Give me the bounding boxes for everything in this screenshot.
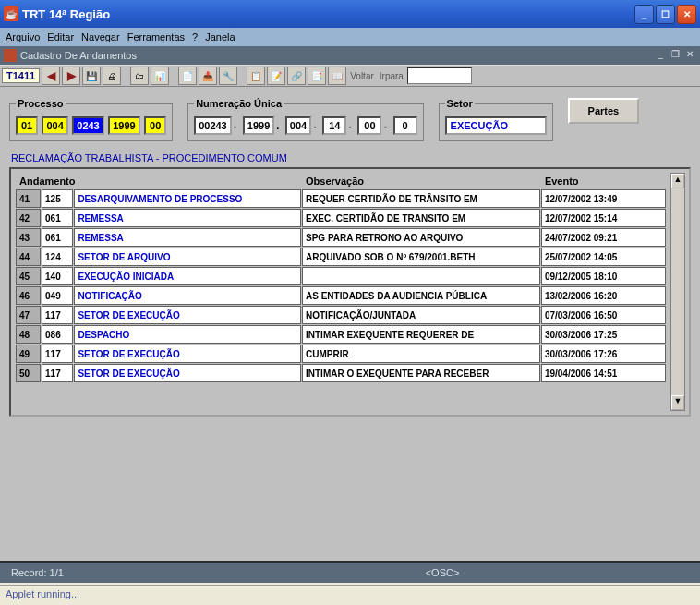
save-button[interactable]: 💾 [82, 67, 101, 85]
numeracao-part-3[interactable]: 14 [322, 116, 346, 135]
table-row[interactable]: 43061REMESSASPG PARA RETRONO AO ARQUIVO2… [16, 228, 666, 247]
row-desc[interactable]: SETOR DE EXECUÇÃO [74, 306, 301, 324]
row-obs[interactable]: REQUER CERTIDÃO DE TRÂNSITO EM [302, 189, 540, 208]
row-obs[interactable]: SPG PARA RETRONO AO ARQUIVO [302, 228, 540, 247]
row-desc[interactable]: EXECUÇÃO INICIADA [74, 267, 301, 285]
row-event[interactable]: 19/04/2006 14:51 [541, 364, 666, 382]
row-code[interactable]: 125 [42, 189, 73, 208]
row-desc[interactable]: NOTIFICAÇÃO [74, 286, 301, 305]
row-event[interactable]: 13/02/2006 16:20 [541, 286, 666, 305]
print-button[interactable]: 🖨 [103, 67, 121, 85]
row-obs[interactable]: INTIMAR O EXEQUENTE PARA RECEBER [302, 364, 540, 382]
row-obs[interactable]: CUMPRIR [302, 345, 540, 363]
next-record-button[interactable]: ▶ [62, 67, 80, 85]
grid-header-andamento[interactable]: Andamento [16, 174, 301, 188]
tool-button-9[interactable]: 📑 [308, 67, 326, 85]
grid-scrollbar[interactable]: ▲ ▼ [670, 173, 685, 411]
row-code[interactable]: 117 [42, 345, 73, 363]
menu-navegar[interactable]: Navegar [81, 31, 120, 42]
row-event[interactable]: 30/03/2006 17:25 [541, 325, 666, 344]
processo-part-0[interactable]: 01 [16, 116, 38, 135]
grid-header-observacao[interactable]: Observação [302, 174, 540, 188]
tool-button-10[interactable]: 📖 [328, 67, 346, 85]
close-button[interactable]: ✕ [677, 5, 696, 24]
processo-part-3[interactable]: 1999 [108, 116, 139, 135]
mdi-restore-button[interactable]: ❐ [669, 49, 682, 62]
numeracao-part-0[interactable]: 00243 [194, 116, 232, 135]
table-row[interactable]: 47117SETOR DE EXECUÇÃONOTIFICAÇÃO/JUNTAD… [16, 306, 666, 324]
row-obs[interactable]: EXEC. CERTIDÃO DE TRANSITO EM [302, 209, 540, 227]
row-code[interactable]: 049 [42, 286, 73, 305]
row-desc[interactable]: REMESSA [74, 209, 301, 227]
table-row[interactable]: 44124SETOR DE ARQUIVOARQUIVADO SOB O Nº … [16, 248, 666, 266]
menu-editar[interactable]: Editar [47, 31, 74, 42]
tool-button-1[interactable]: 🗂 [130, 67, 149, 85]
row-obs[interactable]: ARQUIVADO SOB O Nº 679/2001.BETH [302, 248, 540, 266]
partes-button[interactable]: Partes [568, 98, 640, 124]
numeracao-part-2[interactable]: 004 [285, 116, 311, 135]
tool-button-2[interactable]: 📊 [151, 67, 169, 85]
tool-button-3[interactable]: 📄 [178, 67, 197, 85]
maximize-button[interactable]: ☐ [656, 5, 675, 24]
irpara-input[interactable] [407, 67, 472, 84]
numeracao-part-1[interactable]: 1999 [243, 116, 274, 135]
mdi-minimize-button[interactable]: _ [654, 49, 667, 62]
row-obs[interactable] [302, 267, 540, 285]
menu-ajuda[interactable]: ? [192, 31, 198, 42]
row-event[interactable]: 09/12/2005 18:10 [541, 267, 666, 285]
menu-ferramentas[interactable]: Ferramentas [127, 31, 185, 42]
table-row[interactable]: 49117SETOR DE EXECUÇÃOCUMPRIR30/03/2006 … [16, 345, 666, 363]
table-row[interactable]: 48086DESPACHOINTIMAR EXEQUENTE REQUERER … [16, 325, 666, 344]
row-code[interactable]: 140 [42, 267, 73, 285]
row-event[interactable]: 12/07/2002 13:49 [541, 189, 666, 208]
row-code[interactable]: 117 [42, 364, 73, 382]
grid-header-evento[interactable]: Evento [541, 174, 666, 188]
tool-button-6[interactable]: 📋 [247, 67, 265, 85]
tool-button-4[interactable]: 📥 [199, 67, 217, 85]
form-tab-label[interactable]: T1411 [2, 68, 40, 83]
processo-part-4[interactable]: 00 [144, 116, 166, 135]
scroll-up-button[interactable]: ▲ [671, 174, 684, 188]
irpara-label[interactable]: Irpara [378, 71, 405, 81]
row-obs[interactable]: INTIMAR EXEQUENTE REQUERER DE [302, 325, 540, 344]
row-code[interactable]: 086 [42, 325, 73, 344]
row-code[interactable]: 124 [42, 248, 73, 266]
row-desc[interactable]: SETOR DE EXECUÇÃO [74, 345, 301, 363]
processo-part-1[interactable]: 004 [42, 116, 67, 135]
row-desc[interactable]: REMESSA [74, 228, 301, 247]
numeracao-part-5[interactable]: 0 [393, 116, 417, 135]
table-row[interactable]: 41125DESARQUIVAMENTO DE PROCESSOREQUER C… [16, 189, 666, 208]
tool-button-7[interactable]: 📝 [267, 67, 285, 85]
row-desc[interactable]: SETOR DE ARQUIVO [74, 248, 301, 266]
tool-button-5[interactable]: 🔧 [219, 67, 237, 85]
row-event[interactable]: 30/03/2006 17:26 [541, 345, 666, 363]
mdi-close-button[interactable]: ✕ [683, 49, 696, 62]
row-code[interactable]: 061 [42, 209, 73, 227]
row-code[interactable]: 061 [42, 228, 73, 247]
row-event[interactable]: 07/03/2006 16:50 [541, 306, 666, 324]
row-desc[interactable]: DESPACHO [74, 325, 301, 344]
prev-record-button[interactable]: ◀ [42, 67, 60, 85]
table-row[interactable]: 46049NOTIFICAÇÃOAS ENTIDADES DA AUDIENCI… [16, 286, 666, 305]
menu-janela[interactable]: Janela [205, 31, 235, 42]
row-desc[interactable]: SETOR DE EXECUÇÃO [74, 364, 301, 382]
row-event[interactable]: 12/07/2002 15:14 [541, 209, 666, 227]
mdi-icon [4, 49, 17, 62]
tool-button-8[interactable]: 🔗 [287, 67, 306, 85]
row-obs[interactable]: AS ENTIDADES DA AUDIENCIA PÚBLICA [302, 286, 540, 305]
scroll-down-button[interactable]: ▼ [671, 395, 684, 410]
row-code[interactable]: 117 [42, 306, 73, 324]
row-obs[interactable]: NOTIFICAÇÃO/JUNTADA [302, 306, 540, 324]
table-row[interactable]: 50117SETOR DE EXECUÇÃOINTIMAR O EXEQUENT… [16, 364, 666, 382]
row-event[interactable]: 24/07/2002 09:21 [541, 228, 666, 247]
table-row[interactable]: 45140EXECUÇÃO INICIADA09/12/2005 18:10 [16, 267, 666, 285]
minimize-button[interactable]: _ [634, 5, 654, 24]
voltar-label[interactable]: Voltar [348, 71, 376, 81]
menu-arquivo[interactable]: Arquivo [6, 31, 40, 42]
row-desc[interactable]: DESARQUIVAMENTO DE PROCESSO [74, 189, 301, 208]
table-row[interactable]: 42061REMESSAEXEC. CERTIDÃO DE TRANSITO E… [16, 209, 666, 227]
processo-part-2[interactable]: 0243 [72, 116, 103, 135]
setor-field[interactable]: EXECUÇÃO [445, 116, 547, 135]
row-event[interactable]: 25/07/2002 14:05 [541, 248, 666, 266]
numeracao-part-4[interactable]: 00 [357, 116, 381, 135]
